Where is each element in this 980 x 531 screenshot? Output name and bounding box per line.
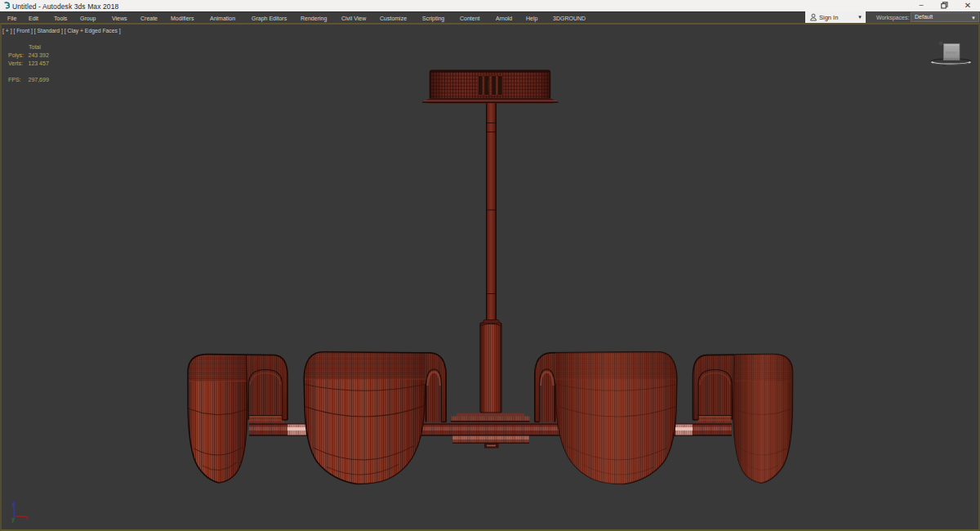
- svg-text:x: x: [25, 515, 29, 520]
- svg-text:FRONT: FRONT: [946, 51, 957, 55]
- svg-text:y: y: [11, 516, 15, 523]
